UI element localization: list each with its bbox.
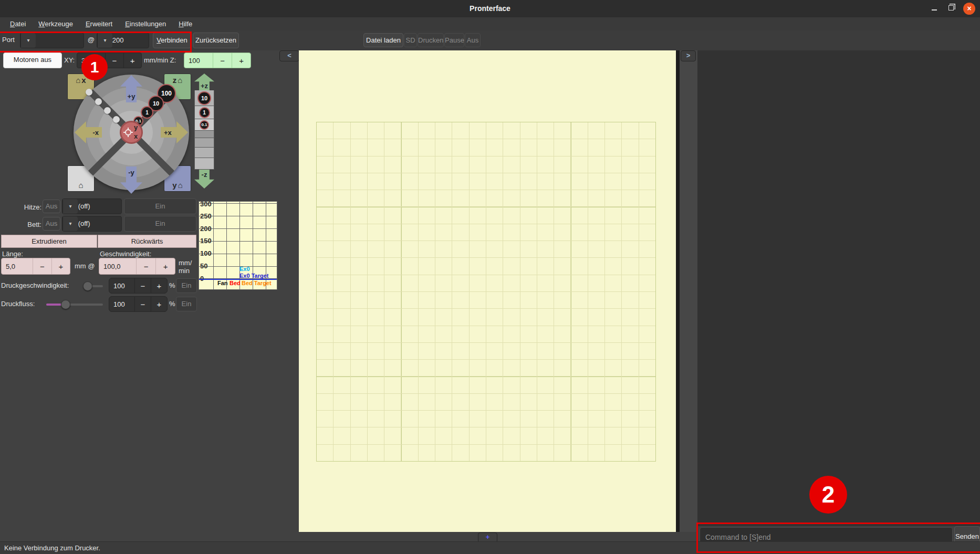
menu-werkzeuge[interactable]: Werkzeuge bbox=[33, 17, 79, 30]
menu-bar: Datei Werkzeuge Erweitert Einstellungen … bbox=[0, 17, 980, 30]
flow-value[interactable]: 100 bbox=[109, 297, 134, 311]
xy-speed-minus-button[interactable]: − bbox=[105, 53, 123, 68]
house-icon: ⌂ bbox=[78, 181, 83, 190]
connect-button[interactable]: Verbinden bbox=[153, 33, 191, 48]
graph-ytick: 200 bbox=[200, 225, 212, 233]
heat-temp-arrow-icon[interactable]: ▾ bbox=[62, 199, 78, 214]
mm-at-label: mm @ bbox=[75, 262, 95, 270]
bed-grid bbox=[316, 122, 656, 462]
bed-on-button[interactable]: Ein bbox=[124, 216, 196, 232]
baud-combo-arrow-icon[interactable]: ▾ bbox=[97, 33, 112, 48]
print-speed-apply-button[interactable]: Ein bbox=[176, 278, 197, 293]
right-splitter bbox=[680, 50, 697, 532]
z-plus-button[interactable]: +z bbox=[194, 74, 214, 90]
window-title: Pronterface bbox=[0, 0, 980, 17]
menu-hilfe[interactable]: Hilfe bbox=[173, 17, 198, 30]
z-slider-cell[interactable] bbox=[194, 158, 214, 170]
print-speed-plus-button[interactable]: + bbox=[151, 278, 167, 293]
graph-ytick: 150 bbox=[200, 237, 212, 245]
close-icon: × bbox=[967, 4, 971, 13]
extrude-button[interactable]: Extrudieren bbox=[1, 235, 97, 248]
bed-temp-arrow-icon[interactable]: ▾ bbox=[62, 216, 78, 231]
house-icon: ⌂ bbox=[178, 181, 183, 190]
jog-distance-1[interactable]: 1 bbox=[141, 106, 153, 119]
legend-fan: Fan bbox=[217, 280, 228, 286]
sd-button[interactable]: SD bbox=[404, 33, 417, 47]
reset-button[interactable]: Zurücksetzen bbox=[193, 33, 239, 48]
log-panel[interactable] bbox=[697, 50, 980, 526]
speed-label: Geschwindigkeit: bbox=[100, 250, 151, 258]
z-slider-cell[interactable] bbox=[194, 148, 214, 158]
z-slider-cell[interactable] bbox=[194, 138, 214, 148]
house-icon: ⌂ bbox=[178, 76, 182, 85]
flow-plus-button[interactable]: + bbox=[151, 297, 167, 311]
print-speed-label: Druckgeschwindigkeit: bbox=[1, 281, 69, 289]
baud-combo[interactable]: 115200 ▾ bbox=[97, 33, 149, 48]
close-button[interactable]: × bbox=[963, 3, 975, 15]
extrude-speed-minus-button[interactable]: − bbox=[136, 258, 155, 274]
hub-x-label: x bbox=[134, 132, 138, 140]
z-minus-button[interactable]: -z bbox=[194, 170, 214, 189]
motors-off-button[interactable]: Motoren aus bbox=[3, 53, 62, 68]
flow-apply-button[interactable]: Ein bbox=[176, 297, 197, 311]
extrude-speed-value[interactable]: 100,0 bbox=[99, 258, 136, 274]
restore-button[interactable] bbox=[945, 3, 957, 15]
length-minus-button[interactable]: − bbox=[33, 258, 51, 274]
print-button[interactable]: Drucken bbox=[418, 33, 444, 47]
xy-speed-label: XY: bbox=[64, 56, 75, 64]
z-jog-column: +z 10 1 0.1 -z bbox=[194, 74, 214, 189]
length-plus-button[interactable]: + bbox=[51, 258, 70, 274]
print-speed-slider-thumb[interactable] bbox=[83, 281, 92, 291]
jog-pad: ⌂x z⌂ ⌂ y⌂ 100 10 1 0.1 +y -y -x bbox=[63, 71, 200, 197]
hub-y-label: y bbox=[134, 123, 138, 131]
print-speed-value[interactable]: 100 bbox=[109, 278, 134, 293]
minimize-icon bbox=[932, 5, 937, 11]
pause-button[interactable]: Pause bbox=[444, 33, 464, 47]
mm-min-label: min bbox=[179, 267, 190, 275]
extrude-speed-stepper: 100,0 − + bbox=[99, 258, 175, 275]
load-file-button[interactable]: Datei laden bbox=[363, 33, 403, 47]
z-speed-plus-button[interactable]: + bbox=[232, 53, 251, 68]
z-distance-1[interactable]: 1 bbox=[194, 106, 214, 119]
minimize-button[interactable] bbox=[929, 3, 940, 15]
heat-on-button[interactable]: Ein bbox=[124, 198, 196, 214]
length-stepper: 5,0 − + bbox=[1, 258, 70, 275]
heat-off-button[interactable]: Aus bbox=[43, 200, 60, 213]
print-speed-minus-button[interactable]: − bbox=[134, 278, 151, 293]
mm-min-label: mm/ bbox=[179, 259, 192, 267]
xy-speed-value[interactable]: 3000 bbox=[77, 53, 105, 68]
motor-off-icon bbox=[123, 128, 133, 137]
port-label: Port bbox=[2, 36, 15, 44]
chevron-left-icon: < bbox=[287, 51, 291, 59]
z-distance-10[interactable]: 10 bbox=[194, 90, 214, 106]
port-combo[interactable]: ▾ bbox=[20, 33, 84, 48]
heat-temp-combo[interactable]: 0.0 (off) ▾ bbox=[62, 198, 122, 214]
flow-label: Druckfluss: bbox=[1, 300, 35, 308]
pronterface-window: Pronterface × Datei Werkzeuge Erweitert … bbox=[0, 0, 980, 554]
z-slider-cell[interactable] bbox=[194, 131, 214, 138]
flow-slider-thumb[interactable] bbox=[61, 300, 70, 309]
bed-off-button[interactable]: Aus bbox=[43, 217, 60, 231]
temperature-graph[interactable]: 300 250 200 150 100 50 0 Ex0 Ex0 Target … bbox=[199, 201, 277, 290]
menu-erweitert[interactable]: Erweitert bbox=[80, 17, 118, 30]
graph-ytick: 50 bbox=[200, 262, 207, 270]
flow-minus-button[interactable]: − bbox=[134, 297, 151, 311]
xy-speed-plus-button[interactable]: + bbox=[123, 53, 141, 68]
z-speed-value[interactable]: 100 bbox=[184, 53, 213, 68]
z-speed-minus-button[interactable]: − bbox=[213, 53, 232, 68]
motors-off-hub-button[interactable]: y x bbox=[120, 121, 143, 144]
z-distance-01[interactable]: 0.1 bbox=[194, 119, 214, 131]
off-button[interactable]: Aus bbox=[465, 33, 481, 47]
collapse-left-panel-button[interactable]: < bbox=[279, 50, 299, 61]
menu-einstellungen[interactable]: Einstellungen bbox=[119, 17, 172, 30]
port-combo-arrow-icon[interactable]: ▾ bbox=[20, 33, 36, 48]
print-speed-stepper: 100 − + bbox=[109, 278, 168, 294]
reverse-button[interactable]: Rückwärts bbox=[98, 235, 196, 248]
length-value[interactable]: 5,0 bbox=[2, 258, 33, 274]
menu-datei[interactable]: Datei bbox=[4, 17, 32, 30]
extrude-speed-plus-button[interactable]: + bbox=[155, 258, 175, 274]
print-bed-canvas[interactable] bbox=[299, 50, 676, 532]
collapse-right-panel-button[interactable]: > bbox=[681, 50, 696, 61]
bed-temp-combo[interactable]: 0.0 (off) ▾ bbox=[62, 216, 122, 232]
jog-dot bbox=[104, 107, 111, 114]
